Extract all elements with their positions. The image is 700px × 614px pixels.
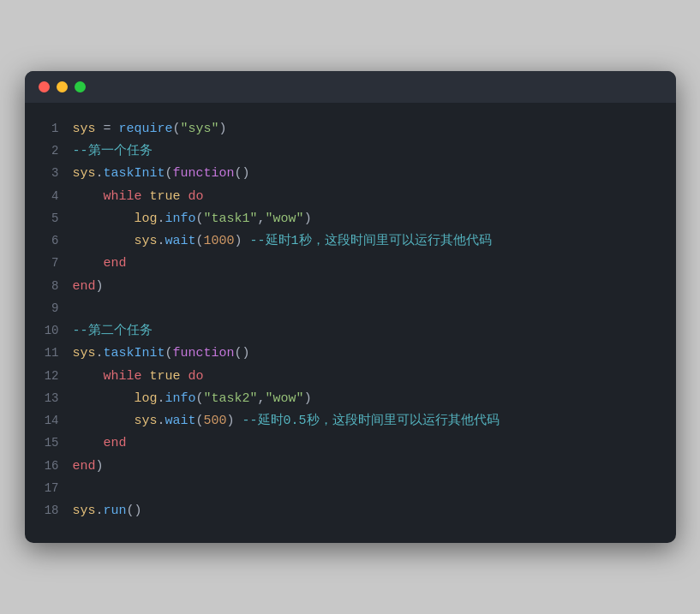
code-line: 11 sys.taskInit(function() [25,343,676,365]
code-line: 8 end) [25,276,676,298]
code-line: 14 sys.wait(500) --延时0.5秒，这段时间里可以运行其他代码 [25,410,676,432]
code-line: 18 sys.run() [25,500,676,522]
code-line: 1 sys = require("sys") [25,118,676,140]
minimize-button[interactable] [57,81,68,92]
close-button[interactable] [39,81,50,92]
code-line: 13 log.info("task2","wow") [25,388,676,410]
code-line: 16 end) [25,456,676,478]
code-line: 12 while true do [25,366,676,388]
code-line: 2 --第一个任务 [25,140,676,163]
code-window: 1 sys = require("sys") 2 --第一个任务 3 sys.t… [25,71,676,544]
code-line: 15 end [25,432,676,455]
code-line: 10 --第二个任务 [25,320,676,343]
code-line: 3 sys.taskInit(function() [25,163,676,185]
code-line: 4 while true do [25,186,676,208]
code-line: 9 [25,298,676,320]
titlebar [25,71,676,103]
code-line: 5 log.info("task1","wow") [25,208,676,230]
code-editor: 1 sys = require("sys") 2 --第一个任务 3 sys.t… [25,103,676,544]
code-line: 7 end [25,253,676,275]
code-line: 6 sys.wait(1000) --延时1秒，这段时间里可以运行其他代码 [25,230,676,253]
maximize-button[interactable] [75,81,86,92]
code-line: 17 [25,478,676,500]
